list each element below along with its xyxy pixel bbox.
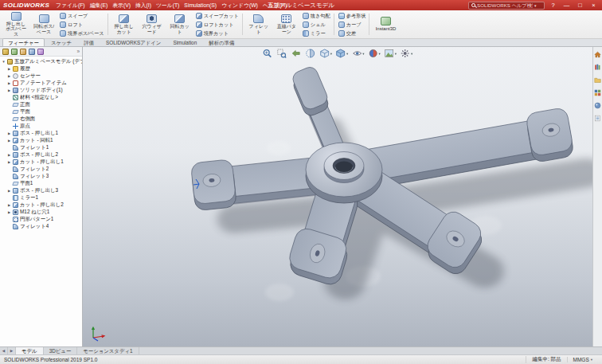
edit-appearance-icon[interactable]: ▾: [369, 49, 381, 58]
file-explorer-icon[interactable]: [594, 76, 602, 84]
ribbon-button[interactable]: Instant3D: [372, 11, 399, 37]
study-tab[interactable]: モデル: [16, 347, 44, 354]
tree-item[interactable]: ▶ センサー: [0, 72, 82, 80]
graphics-viewport[interactable]: ▾ ▾ ▾ ▾: [83, 47, 592, 346]
solidworks-resources-icon[interactable]: [594, 50, 602, 58]
tree-item[interactable]: 平面: [0, 108, 82, 115]
expand-arrow-icon[interactable]: ▶: [7, 131, 11, 135]
ribbon-button[interactable]: スイープ: [58, 11, 106, 20]
tree-item[interactable]: ▶ ソリッドボディ(1): [0, 87, 82, 94]
command-tab[interactable]: フィーチャー: [2, 38, 45, 46]
expand-arrow-icon[interactable]: ▶: [7, 210, 11, 214]
tree-item[interactable]: フィレット1: [0, 144, 82, 151]
ribbon-button[interactable]: 境界カット: [194, 29, 240, 37]
ribbon-button[interactable]: ロフト: [58, 20, 106, 29]
ribbon-button[interactable]: 穴ウィザード: [139, 11, 166, 37]
featuremanager-tab-icon[interactable]: [2, 49, 9, 55]
tree-item[interactable]: ▶ カット - 回転1: [0, 137, 82, 144]
command-tab[interactable]: Simulation: [167, 38, 202, 46]
menu-item[interactable]: ウィンドウ(W): [219, 0, 260, 10]
ribbon-button[interactable]: 参考形状: [337, 11, 368, 20]
expand-arrow-icon[interactable]: ▼: [2, 60, 6, 64]
graphics-area[interactable]: [83, 47, 592, 346]
ribbon-button[interactable]: スイープカット: [194, 11, 240, 20]
command-tab[interactable]: 解析の準備: [203, 38, 240, 46]
tree-item[interactable]: フィレット4: [0, 223, 82, 230]
configurationmanager-tab-icon[interactable]: [20, 49, 26, 55]
help-search-box[interactable]: ▾: [468, 2, 545, 10]
close-button[interactable]: ×: [588, 0, 599, 10]
tree-item[interactable]: ▶ ボス - 押し出し3: [0, 187, 82, 194]
tree-item[interactable]: ▶ 履歴: [0, 65, 82, 72]
ribbon-button[interactable]: 回転ボス/ベース: [30, 11, 57, 37]
tree-item[interactable]: 材料 <指定なし>: [0, 94, 82, 101]
tree-item[interactable]: ミラー1: [0, 194, 82, 202]
ribbon-button[interactable]: 回転カット: [166, 11, 194, 37]
tree-item[interactable]: ▶ ボス - 押し出し2: [0, 151, 82, 159]
tree-item[interactable]: フィレット3: [0, 173, 82, 180]
tree-item[interactable]: 正面: [0, 101, 82, 108]
menu-item[interactable]: ツール(T): [154, 0, 182, 10]
panel-expand-chevron[interactable]: »: [76, 47, 80, 57]
menu-item[interactable]: Simulation(S): [182, 0, 219, 10]
custom-properties-icon[interactable]: [594, 114, 602, 122]
help-button[interactable]: ?: [548, 0, 558, 10]
tree-item[interactable]: ▶ ボス - 押し出し1: [0, 130, 82, 137]
menu-item[interactable]: ファイル(F): [53, 0, 88, 10]
tree-item[interactable]: ▼ 五放アルミベースモデル (デフォルト<<デフォルト>_表示状態 1>): [0, 58, 82, 65]
tab-scroll-right-icon[interactable]: ▶: [8, 347, 16, 354]
ribbon-button[interactable]: シェル: [301, 20, 332, 29]
study-tab[interactable]: モーションスタディ1: [77, 347, 139, 354]
dimxpertmanager-tab-icon[interactable]: [29, 49, 35, 55]
section-view-icon[interactable]: [306, 49, 316, 58]
menu-item[interactable]: 挿入(I): [133, 0, 154, 10]
study-tab[interactable]: 3Dビュー: [44, 347, 78, 354]
previous-view-icon[interactable]: [291, 49, 302, 58]
expand-arrow-icon[interactable]: ▶: [7, 139, 11, 143]
menu-item[interactable]: 編集(E): [88, 0, 111, 10]
tree-item[interactable]: 平面1: [0, 180, 82, 187]
zoom-fit-icon[interactable]: [263, 49, 273, 58]
tree-item[interactable]: ▶ カット - 押し出し2: [0, 202, 82, 209]
search-input[interactable]: [477, 2, 533, 8]
tab-scroll-left-icon[interactable]: ◀: [0, 347, 8, 354]
ribbon-button[interactable]: 境界ボス/ベース: [58, 29, 106, 37]
command-tab[interactable]: 評価: [78, 38, 100, 46]
command-tab[interactable]: SOLIDWORKSアドイン: [100, 38, 166, 46]
hide-show-items-icon[interactable]: ▾: [352, 49, 364, 58]
view-palette-icon[interactable]: [594, 88, 602, 96]
expand-arrow-icon[interactable]: ▶: [7, 153, 11, 157]
expand-arrow-icon[interactable]: ▶: [7, 88, 11, 92]
ribbon-button[interactable]: 押し出しボス/ベース: [2, 11, 29, 37]
ribbon-button[interactable]: 直線パターン: [273, 11, 300, 37]
appearances-icon[interactable]: [594, 101, 602, 109]
expand-arrow-icon[interactable]: ▶: [7, 74, 11, 78]
unit-system-selector[interactable]: MMGS ▾: [567, 357, 599, 362]
expand-arrow-icon[interactable]: ▶: [7, 67, 11, 71]
tree-item[interactable]: ▶ アノテートアイテム: [0, 80, 82, 87]
tree-item[interactable]: ▶ M12 ねじ穴1: [0, 209, 82, 216]
apply-scene-icon[interactable]: ▾: [385, 49, 397, 58]
propertymanager-tab-icon[interactable]: [11, 49, 18, 55]
ribbon-button[interactable]: カーブ: [337, 20, 368, 29]
tree-item[interactable]: フィレット2: [0, 166, 82, 173]
zoom-area-icon[interactable]: [277, 49, 287, 58]
expand-arrow-icon[interactable]: ▶: [7, 81, 11, 85]
displaymanager-tab-icon[interactable]: [37, 49, 44, 55]
search-caret-icon[interactable]: ▾: [534, 3, 537, 8]
design-library-icon[interactable]: [594, 63, 602, 71]
ribbon-button[interactable]: 交差: [337, 29, 368, 37]
expand-arrow-icon[interactable]: ▶: [7, 160, 11, 164]
tree-item[interactable]: 右側面: [0, 115, 82, 123]
command-tab[interactable]: スケッチ: [45, 38, 77, 46]
expand-arrow-icon[interactable]: ▶: [7, 189, 11, 193]
ribbon-button[interactable]: 押し出しカット: [111, 11, 138, 37]
ribbon-button[interactable]: ロフトカット: [194, 20, 240, 29]
menu-item[interactable]: 表示(V): [110, 0, 133, 10]
view-orientation-icon[interactable]: ▾: [320, 49, 332, 58]
minimize-button[interactable]: —: [561, 0, 572, 10]
tree-item[interactable]: 原点: [0, 123, 82, 130]
ribbon-button[interactable]: 抜き勾配: [301, 11, 332, 20]
ribbon-button[interactable]: フィレット: [245, 11, 272, 37]
tree-item[interactable]: 円形パターン1: [0, 216, 82, 223]
